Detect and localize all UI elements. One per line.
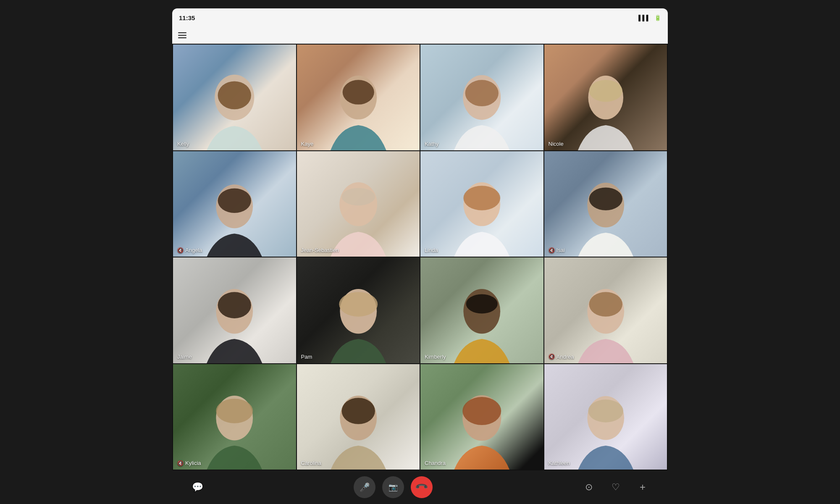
carolina-label: Carolina: [301, 460, 321, 466]
video-cell-pam[interactable]: Pam: [297, 257, 420, 363]
jaime-label: Jaime: [177, 354, 192, 360]
carolina-video: [297, 364, 420, 470]
kaye-video: [297, 45, 420, 150]
signal-icon: ▌▌▌: [638, 15, 650, 21]
svg-point-9: [218, 188, 251, 213]
isai-label: 🔇 Isai: [549, 247, 565, 253]
end-call-icon: 📞: [415, 480, 429, 495]
end-call-button[interactable]: 📞: [411, 476, 433, 498]
video-cell-kelly[interactable]: Kelly: [173, 45, 296, 150]
mic-button[interactable]: 🎤: [354, 476, 375, 498]
andrea-label: 🔇 Andrea: [549, 354, 574, 360]
svg-point-27: [341, 398, 375, 424]
linda-video: [420, 151, 543, 257]
isai-video: [544, 151, 667, 257]
kathleen-video: [544, 364, 667, 470]
svg-point-21: [466, 294, 498, 313]
svg-point-13: [463, 186, 500, 210]
video-grid: Kelly Kaye Kathy: [172, 44, 668, 470]
andrea-muted-icon: 🔇: [549, 354, 555, 360]
video-cell-isai[interactable]: 🔇 Isai: [544, 151, 667, 257]
kimberly-video: [420, 257, 543, 363]
linda-label: Linda: [425, 247, 438, 253]
chandra-video: [420, 364, 543, 470]
video-cell-andrea[interactable]: 🔇 Andrea: [544, 257, 667, 363]
video-cell-kathy[interactable]: Kathy: [420, 45, 543, 150]
kaye-label: Kaye: [301, 141, 314, 147]
nicole-video: [544, 45, 667, 150]
hamburger-menu[interactable]: [178, 32, 186, 38]
kathy-video: [420, 45, 543, 150]
toolbar-right: ⊙ ♡ +: [580, 479, 651, 496]
jean-label: Jean-Sebastien: [301, 247, 339, 253]
video-cell-kimberly[interactable]: Kimberly: [420, 257, 543, 363]
video-cell-nicole[interactable]: Nicole: [544, 45, 667, 150]
chandra-label: Chandra: [425, 460, 446, 466]
svg-point-7: [589, 80, 622, 102]
svg-point-17: [218, 292, 251, 318]
svg-point-15: [589, 187, 622, 210]
kathleen-label: Kathleen: [549, 460, 570, 466]
menu-bar: [172, 27, 668, 44]
toolbar: 💬 🎤 📷 📞 ⊙ ♡ +: [172, 470, 668, 504]
svg-point-31: [588, 399, 623, 422]
angela-label: 🔇 Angela: [177, 247, 202, 253]
camera-button[interactable]: 📷: [382, 476, 404, 498]
jean-video: [297, 151, 420, 257]
kylicia-muted-icon: 🔇: [177, 460, 184, 466]
nicole-label: Nicole: [549, 141, 564, 147]
svg-point-29: [462, 397, 501, 425]
video-cell-linda[interactable]: Linda: [420, 151, 543, 257]
svg-point-5: [465, 80, 499, 106]
kylicia-video: [173, 364, 296, 470]
toolbar-left: 💬: [189, 479, 206, 496]
mic-icon: 🎤: [360, 482, 370, 492]
status-time: 11:35: [179, 14, 195, 21]
svg-point-11: [341, 188, 375, 205]
svg-point-19: [339, 292, 378, 316]
video-cell-carolina[interactable]: Carolina: [297, 364, 420, 470]
kathy-label: Kathy: [425, 141, 438, 147]
heart-button[interactable]: ♡: [607, 479, 624, 496]
kelly-label: Kelly: [177, 141, 189, 147]
add-button[interactable]: +: [634, 479, 651, 496]
angela-muted-icon: 🔇: [177, 247, 184, 253]
status-bar: 11:35 ▌▌▌ 🔋: [172, 8, 668, 27]
svg-point-23: [589, 292, 622, 316]
kelly-video: [173, 45, 296, 150]
pam-label: Pam: [301, 354, 312, 360]
chat-button[interactable]: 💬: [189, 479, 206, 496]
camera-icon: 📷: [388, 483, 398, 492]
svg-point-1: [218, 81, 251, 109]
video-cell-kaye[interactable]: Kaye: [297, 45, 420, 150]
video-cell-chandra[interactable]: Chandra: [420, 364, 543, 470]
focus-button[interactable]: ⊙: [580, 479, 597, 496]
battery-icon: 🔋: [654, 15, 661, 21]
video-cell-angela[interactable]: 🔇 Angela: [173, 151, 296, 257]
pam-video: [297, 257, 420, 363]
isai-muted-icon: 🔇: [549, 247, 555, 253]
status-icons: ▌▌▌ 🔋: [638, 15, 661, 21]
video-cell-kylicia[interactable]: 🔇 Kylicia: [173, 364, 296, 470]
kylicia-label: 🔇 Kylicia: [177, 460, 201, 466]
andrea-video: [544, 257, 667, 363]
svg-point-25: [216, 399, 253, 423]
video-cell-jean[interactable]: Jean-Sebastien: [297, 151, 420, 257]
video-cell-kathleen[interactable]: Kathleen: [544, 364, 667, 470]
kimberly-label: Kimberly: [425, 354, 446, 360]
jaime-video: [173, 257, 296, 363]
svg-point-3: [342, 80, 374, 105]
toolbar-center: 🎤 📷 📞: [354, 476, 433, 498]
video-cell-jaime[interactable]: Jaime: [173, 257, 296, 363]
angela-video: [173, 151, 296, 257]
